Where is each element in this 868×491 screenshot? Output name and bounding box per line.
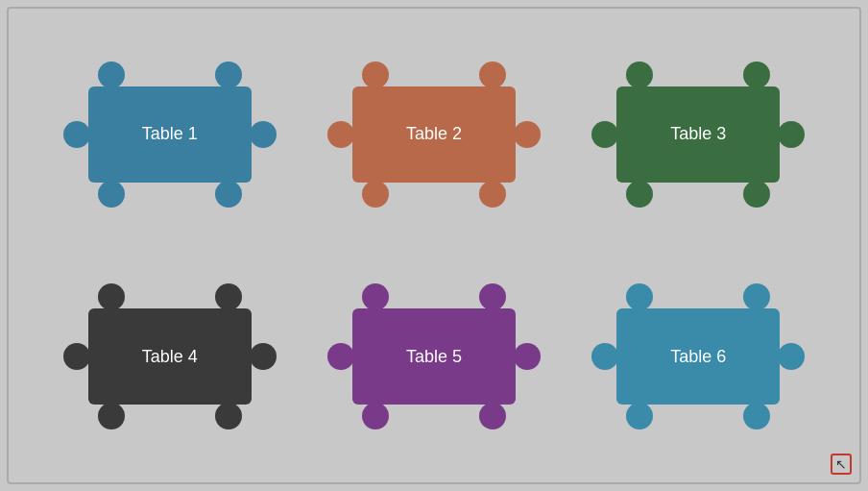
table-2-label: Table 2 [406, 124, 462, 144]
table-4-label: Table 4 [142, 347, 198, 367]
table-6-label: Table 6 [670, 347, 726, 367]
chair [362, 403, 389, 430]
chair [778, 343, 805, 370]
table-unit-2[interactable]: Table 2 [321, 37, 546, 232]
chair [626, 403, 653, 430]
chair [362, 61, 389, 88]
table-wrapper-4: Table 4 [60, 280, 280, 433]
chair [327, 121, 354, 148]
chair [479, 403, 506, 430]
table-1[interactable]: Table 1 [88, 86, 252, 183]
chair [215, 403, 242, 430]
table-unit-3[interactable]: Table 3 [586, 37, 811, 232]
table-5-label: Table 5 [406, 347, 462, 367]
chair [98, 181, 125, 208]
chair [778, 121, 805, 148]
chair [215, 61, 242, 88]
chair [743, 403, 770, 430]
table-unit-6[interactable]: Table 6 [586, 260, 811, 454]
table-unit-5[interactable]: Table 5 [321, 260, 546, 454]
table-2[interactable]: Table 2 [352, 86, 516, 183]
table-wrapper-5: Table 5 [324, 280, 544, 433]
chair [626, 61, 653, 88]
table-3-label: Table 3 [670, 124, 726, 144]
main-canvas: Table 1 Table 2 [7, 7, 861, 484]
cursor-indicator: ↖ [831, 454, 852, 475]
chair [743, 181, 770, 208]
chair [362, 283, 389, 310]
chair [514, 121, 541, 148]
chair [63, 343, 90, 370]
table-wrapper-2: Table 2 [324, 58, 544, 211]
chair [626, 181, 653, 208]
chair [743, 283, 770, 310]
chair [479, 283, 506, 310]
chair [479, 181, 506, 208]
table-layout: Table 1 Table 2 [9, 9, 859, 482]
table-wrapper-3: Table 3 [588, 58, 808, 211]
chair [98, 403, 125, 430]
chair [743, 61, 770, 88]
chair [250, 343, 277, 370]
chair [98, 283, 125, 310]
table-unit-1[interactable]: Table 1 [57, 37, 282, 232]
chair [362, 181, 389, 208]
chair [215, 181, 242, 208]
table-wrapper-1: Table 1 [60, 58, 280, 211]
table-3[interactable]: Table 3 [616, 86, 780, 183]
chair [63, 121, 90, 148]
chair [215, 283, 242, 310]
cursor-icon: ↖ [835, 456, 847, 472]
chair [591, 121, 618, 148]
chair [591, 343, 618, 370]
table-6[interactable]: Table 6 [616, 308, 780, 405]
chair [514, 343, 541, 370]
table-wrapper-6: Table 6 [588, 280, 808, 433]
table-unit-4[interactable]: Table 4 [57, 260, 282, 454]
table-5[interactable]: Table 5 [352, 308, 516, 405]
chair [626, 283, 653, 310]
table-4[interactable]: Table 4 [88, 308, 252, 405]
table-1-label: Table 1 [142, 124, 198, 144]
chair [250, 121, 277, 148]
chair [479, 61, 506, 88]
chair [327, 343, 354, 370]
chair [98, 61, 125, 88]
